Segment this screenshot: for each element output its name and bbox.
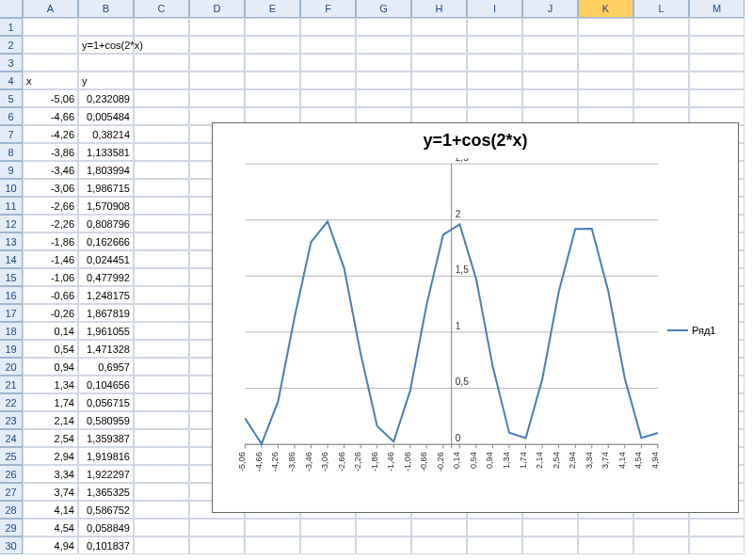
cell-E30[interactable] xyxy=(245,536,300,554)
row-header-30[interactable]: 30 xyxy=(0,536,23,554)
cell-C7[interactable] xyxy=(134,125,189,143)
cell-A5[interactable]: -5,06 xyxy=(23,89,78,107)
row-header-11[interactable]: 11 xyxy=(0,197,23,215)
cell-K4[interactable] xyxy=(578,72,633,89)
cell-C4[interactable] xyxy=(134,72,189,89)
cell-F1[interactable] xyxy=(300,18,356,36)
row-header-1[interactable]: 1 xyxy=(0,18,23,36)
col-header-G[interactable]: G xyxy=(356,0,411,18)
row-header-24[interactable]: 24 xyxy=(0,429,23,447)
row-header-14[interactable]: 14 xyxy=(0,250,23,268)
col-header-D[interactable]: D xyxy=(189,0,245,18)
cell-H1[interactable] xyxy=(411,18,467,36)
cell-H30[interactable] xyxy=(411,536,467,554)
cell-J30[interactable] xyxy=(522,536,578,554)
cell-I2[interactable] xyxy=(467,36,522,54)
col-header-K[interactable]: K xyxy=(578,0,633,18)
cell-F3[interactable] xyxy=(300,54,356,72)
cell-E3[interactable] xyxy=(245,54,300,72)
row-header-28[interactable]: 28 xyxy=(0,501,23,519)
cell-D1[interactable] xyxy=(189,18,245,36)
row-header-3[interactable]: 3 xyxy=(0,54,23,72)
cell-B21[interactable]: 0,104656 xyxy=(78,376,134,393)
cell-A25[interactable]: 2,94 xyxy=(23,447,78,465)
cell-F5[interactable] xyxy=(300,89,356,107)
cell-A30[interactable]: 4,94 xyxy=(23,536,78,554)
cell-B20[interactable]: 0,6957 xyxy=(78,358,134,376)
row-header-7[interactable]: 7 xyxy=(0,125,23,143)
cell-B27[interactable]: 1,365325 xyxy=(78,483,134,501)
cell-J5[interactable] xyxy=(522,89,578,107)
cell-D30[interactable] xyxy=(189,536,245,554)
cell-K2[interactable] xyxy=(578,36,633,54)
cell-G3[interactable] xyxy=(356,54,411,72)
cell-D29[interactable] xyxy=(189,519,245,536)
cell-M3[interactable] xyxy=(689,54,745,72)
cell-A21[interactable]: 1,34 xyxy=(23,376,78,393)
cell-B29[interactable]: 0,058849 xyxy=(78,519,134,536)
cell-B2[interactable]: y=1+cos(2*x) xyxy=(78,36,134,54)
cell-B19[interactable]: 1,471328 xyxy=(78,340,134,358)
row-header-15[interactable]: 15 xyxy=(0,268,23,286)
cell-B9[interactable]: 1,803994 xyxy=(78,161,134,179)
cell-K1[interactable] xyxy=(578,18,633,36)
cell-A4[interactable]: x xyxy=(23,72,78,89)
col-header-L[interactable]: L xyxy=(633,0,689,18)
col-header-A[interactable]: A xyxy=(23,0,78,18)
cell-A15[interactable]: -1,06 xyxy=(23,268,78,286)
row-header-25[interactable]: 25 xyxy=(0,447,23,465)
cell-C17[interactable] xyxy=(134,304,189,322)
cell-B14[interactable]: 0,024451 xyxy=(78,250,134,268)
cell-G29[interactable] xyxy=(356,519,411,536)
cell-M5[interactable] xyxy=(689,89,745,107)
cell-B11[interactable]: 1,570908 xyxy=(78,197,134,215)
cell-C1[interactable] xyxy=(134,18,189,36)
cell-F4[interactable] xyxy=(300,72,356,89)
cell-C16[interactable] xyxy=(134,286,189,304)
cell-A13[interactable]: -1,86 xyxy=(23,232,78,250)
cell-E1[interactable] xyxy=(245,18,300,36)
cell-A24[interactable]: 2,54 xyxy=(23,429,78,447)
cell-B17[interactable]: 1,867819 xyxy=(78,304,134,322)
cell-I1[interactable] xyxy=(467,18,522,36)
cell-C29[interactable] xyxy=(134,519,189,536)
col-header-H[interactable]: H xyxy=(411,0,467,18)
row-header-16[interactable]: 16 xyxy=(0,286,23,304)
row-header-6[interactable]: 6 xyxy=(0,107,23,125)
col-header-I[interactable]: I xyxy=(467,0,522,18)
cell-B26[interactable]: 1,922297 xyxy=(78,465,134,483)
cell-G2[interactable] xyxy=(356,36,411,54)
cell-F30[interactable] xyxy=(300,536,356,554)
cell-J1[interactable] xyxy=(522,18,578,36)
cell-D2[interactable] xyxy=(189,36,245,54)
cell-D4[interactable] xyxy=(189,72,245,89)
cell-L2[interactable] xyxy=(633,36,689,54)
cell-G5[interactable] xyxy=(356,89,411,107)
row-header-18[interactable]: 18 xyxy=(0,322,23,340)
col-header-M[interactable]: M xyxy=(689,0,745,18)
cell-E4[interactable] xyxy=(245,72,300,89)
cell-F29[interactable] xyxy=(300,519,356,536)
cell-B18[interactable]: 1,961055 xyxy=(78,322,134,340)
cell-C3[interactable] xyxy=(134,54,189,72)
cell-A23[interactable]: 2,14 xyxy=(23,411,78,429)
cell-C23[interactable] xyxy=(134,411,189,429)
cell-L30[interactable] xyxy=(633,536,689,554)
cell-K30[interactable] xyxy=(578,536,633,554)
cell-C8[interactable] xyxy=(134,143,189,161)
cell-J29[interactable] xyxy=(522,519,578,536)
row-header-2[interactable]: 2 xyxy=(0,36,23,54)
col-header-B[interactable]: B xyxy=(78,0,134,18)
cell-A19[interactable]: 0,54 xyxy=(23,340,78,358)
cell-B1[interactable] xyxy=(78,18,134,36)
row-header-4[interactable]: 4 xyxy=(0,72,23,89)
cell-C14[interactable] xyxy=(134,250,189,268)
cell-E29[interactable] xyxy=(245,519,300,536)
cell-C10[interactable] xyxy=(134,179,189,197)
chart-object[interactable]: y=1+cos(2*x) 00,511,522,5-5,06-4,66-4,26… xyxy=(212,122,739,513)
cell-J3[interactable] xyxy=(522,54,578,72)
cell-A2[interactable] xyxy=(23,36,78,54)
cell-A27[interactable]: 3,74 xyxy=(23,483,78,501)
cell-A8[interactable]: -3,86 xyxy=(23,143,78,161)
cell-A6[interactable]: -4,66 xyxy=(23,107,78,125)
